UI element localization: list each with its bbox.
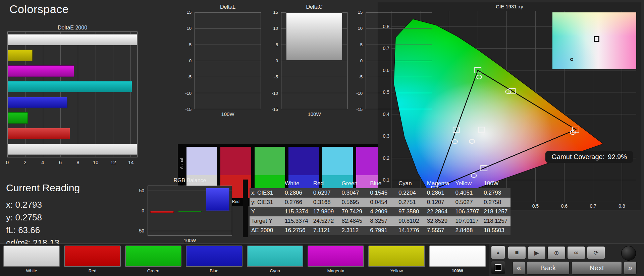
bar-slot [8,79,137,94]
gridline [281,109,347,109]
deltaE-bar-100w [8,144,137,155]
table-header-cell: Green [340,179,369,188]
patch-label: Cyan [247,267,303,274]
bar-slot [8,48,137,63]
transport-buttons: ■▶⊕∞⟳ [508,246,605,259]
table-cell: 7.5557 [425,226,454,235]
table-row-label: Y [250,207,283,216]
bar-slot [8,126,137,142]
patch-color-swatch [429,246,486,267]
y-tick-label: -10 [185,90,192,95]
collapse-up-button[interactable]: ▲ [491,246,505,259]
back-button[interactable]: Back [527,261,570,275]
reading-y: y: 0.2758 [6,211,80,224]
table-cell: 0.2751 [397,198,425,207]
deltaE-bar-blue [8,97,67,108]
control-panel: ▲ ■▶⊕∞⟳ « Back Next » [489,244,644,276]
gridline [195,28,261,29]
y-axis: 500-50 [131,186,146,236]
table-header-cell: 100W [482,179,511,188]
deltaE-bar-white [8,34,137,46]
y-tick-label: 0.5 [383,89,389,95]
deltaE-bar-green [8,112,28,124]
patch-button-magenta[interactable]: Magenta [308,246,364,276]
table-cell: 32.8529 [425,216,454,226]
table-cell: 0.2793 [482,188,511,198]
y-tick-label: 0.2 [383,155,389,161]
table-cell: 0.2766 [283,198,312,207]
gridline [366,77,432,77]
gamut-coverage-label: Gamut Coverage: [551,153,604,161]
chart-title: DeltaE 2000 [7,25,138,31]
y-axis: 00.10.20.30.40.50.60.70.8 [380,11,390,202]
pattern-window-button[interactable] [491,261,505,274]
x-axis-label: 100W [281,111,347,117]
stop-button[interactable]: ■ [508,246,526,259]
y-axis: 151050-5-10-15 [182,12,193,109]
patch-button-blue[interactable]: Blue [186,246,242,276]
reading-fl: fL: 63.66 [6,224,80,236]
back-chevron-button[interactable]: « [513,261,525,275]
bar-100w [286,12,343,61]
table-cell: 0.1545 [368,188,397,198]
y-tick-label: 0.6 [383,68,389,73]
bar-slot [8,32,137,48]
y-tick-label: 0 [189,58,192,63]
whitepoint-inset [552,12,636,69]
table-cell: 0.3168 [312,198,340,207]
x-tick-label: 6 [59,159,62,165]
bars [8,32,137,157]
x-tick-label: 0.7 [590,203,596,209]
chart-title: CIE 1931 xy [378,4,641,9]
patch-color-swatch [64,246,120,267]
x-tick-label: 8 [76,159,79,165]
table-cell: 2.3112 [340,226,369,235]
table-cell: 6.7991 [368,226,397,235]
next-button[interactable]: Next [572,261,622,275]
patch-button-100w[interactable]: 100W [429,246,486,276]
x-axis-label: 100W [148,238,232,243]
refresh-button[interactable]: ⟳ [587,246,605,259]
x-tick-label: 10 [93,159,99,165]
table-header-cell: Red [312,179,340,188]
patch-label: Magenta [308,267,364,274]
x-axis-label: 100W [195,111,261,117]
patch-button-yellow[interactable]: Yellow [368,246,425,276]
y-tick-label: 15 [273,10,278,15]
x-tick-label: 2 [23,159,26,165]
patch-button-red[interactable]: Red [64,246,120,276]
table-cell: 18.5503 [482,226,511,235]
patch-button-cyan[interactable]: Cyan [247,246,303,276]
capture-button[interactable]: ⊕ [547,246,566,259]
table-cell: 115.3374 [283,216,312,226]
patch-button-green[interactable]: Green [125,246,181,276]
patch-label: Blue [186,267,242,274]
swatch-actual-red [220,147,251,175]
table-header-cell: Yellow [454,179,482,188]
swatch-actual-white [186,147,217,175]
y-tick-label: 50 [139,188,144,193]
patch-label: Red [64,267,120,274]
patch-button-white[interactable]: White [3,246,60,276]
y-tick-label: -5 [187,74,192,79]
table-cell: 7.1121 [312,226,340,235]
chart-delta-c: DeltaC 151050-5-10-15 100W [268,4,351,125]
table-header-cell: Cyan [397,179,425,188]
table-cell: 0.3047 [340,188,369,198]
table-cell: 2.8468 [454,226,482,235]
gridline [366,28,432,29]
bar-slot [8,94,137,110]
loop-infinite-button[interactable]: ∞ [567,246,585,259]
gridline [281,93,347,93]
chart-rgb-balance: RGB Balance 500-50 100W [129,178,244,245]
y-tick-label: 0 [142,208,144,213]
y-tick-label: -15 [185,107,192,112]
next-chevron-button[interactable]: » [624,261,637,275]
gridline [281,77,347,77]
x-tick-label: 0.8 [619,203,625,209]
y-tick-label: -50 [138,228,144,233]
y-tick-label: 5 [189,42,192,47]
play-button[interactable]: ▶ [528,246,546,259]
bar-slot [8,141,137,157]
patch-button-strip: WhiteRedGreenBlueCyanMagentaYellow100W [0,244,489,276]
